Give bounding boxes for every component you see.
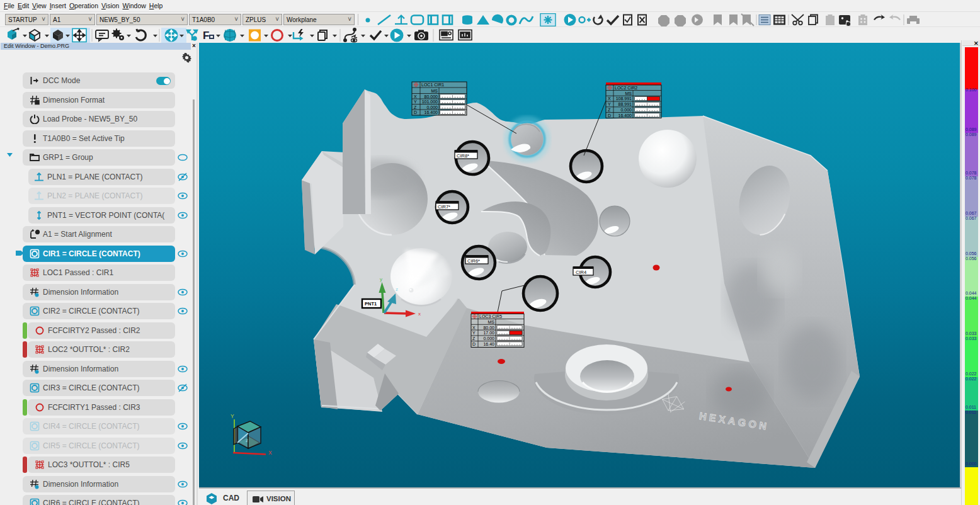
svg-text:D: D (414, 110, 417, 115)
svg-text:0.011: 0.011 (966, 405, 976, 409)
svg-text:0.011: 0.011 (966, 410, 976, 414)
svg-text:0.067: 0.067 (966, 211, 977, 215)
svg-text:101.000: 101.000 (422, 99, 438, 104)
svg-text:z: z (246, 438, 248, 443)
svg-text:X: X (268, 450, 272, 456)
svg-text:Z: Z (414, 105, 417, 110)
svg-text:CIR4: CIR4 (576, 270, 586, 275)
svg-text:LOC1 CIR1: LOC1 CIR1 (421, 82, 444, 87)
svg-text:LOC2 CIR2: LOC2 CIR2 (615, 86, 637, 90)
svg-text:0.033: 0.033 (966, 331, 977, 336)
svg-text:80.000: 80.000 (424, 94, 438, 99)
svg-text:Y: Y (608, 102, 611, 106)
svg-text:MS: MS (625, 91, 632, 96)
svg-text:0.000: 0.000 (620, 108, 632, 112)
svg-text:0.056: 0.056 (966, 251, 977, 256)
svg-text:80.00: 80.00 (483, 326, 494, 330)
svg-text:D: D (608, 113, 611, 118)
svg-text:0.022: 0.022 (966, 372, 977, 376)
svg-text:CIR8*: CIR8* (457, 153, 469, 159)
svg-text:0.089: 0.089 (966, 132, 977, 137)
svg-text:Y: Y (231, 413, 234, 419)
svg-text:F: F (203, 30, 209, 42)
svg-text:X: X (608, 96, 611, 101)
svg-text:PNT1: PNT1 (365, 301, 377, 307)
svg-text:0.078: 0.078 (966, 176, 977, 180)
svg-text:Z: Z (472, 336, 476, 341)
svg-text:17.00: 17.00 (483, 331, 494, 335)
svg-text:16.40: 16.40 (483, 342, 494, 346)
svg-text:CIR6*: CIR6* (467, 258, 480, 264)
svg-text:0.000: 0.000 (483, 336, 494, 341)
svg-text:108.991: 108.991 (616, 96, 632, 101)
svg-text:y: y (380, 276, 382, 282)
svg-text:16.400: 16.400 (618, 113, 632, 118)
svg-text:X: X (472, 326, 476, 330)
svg-text:CIR7*: CIR7* (438, 204, 450, 210)
svg-text:LOC3 CIR5: LOC3 CIR5 (479, 314, 502, 319)
svg-text:0.089: 0.089 (966, 127, 977, 132)
svg-text:0.022: 0.022 (966, 377, 977, 381)
svg-text:Y: Y (472, 331, 476, 335)
svg-text:0.044: 0.044 (966, 296, 977, 300)
svg-text:Y: Y (414, 99, 417, 104)
svg-text:D: D (472, 342, 476, 346)
svg-text:0.056: 0.056 (966, 256, 977, 261)
svg-text:0.000: 0.000 (966, 462, 977, 466)
svg-text:MS: MS (488, 320, 495, 324)
svg-text:0.100: 0.100 (966, 88, 977, 92)
svg-text:x: x (418, 311, 421, 317)
svg-text:Z: Z (608, 108, 611, 112)
svg-text:88.991: 88.991 (618, 102, 632, 106)
svg-text:X: X (414, 94, 417, 99)
svg-text:0.044: 0.044 (966, 291, 977, 295)
svg-text:0.000: 0.000 (426, 105, 438, 110)
svg-text:MS: MS (431, 89, 438, 93)
svg-text:z: z (396, 287, 398, 292)
svg-text:0.078: 0.078 (966, 171, 977, 175)
svg-text:0.067: 0.067 (966, 216, 977, 220)
svg-text:16.400: 16.400 (424, 110, 438, 115)
svg-text:0.033: 0.033 (966, 336, 977, 341)
